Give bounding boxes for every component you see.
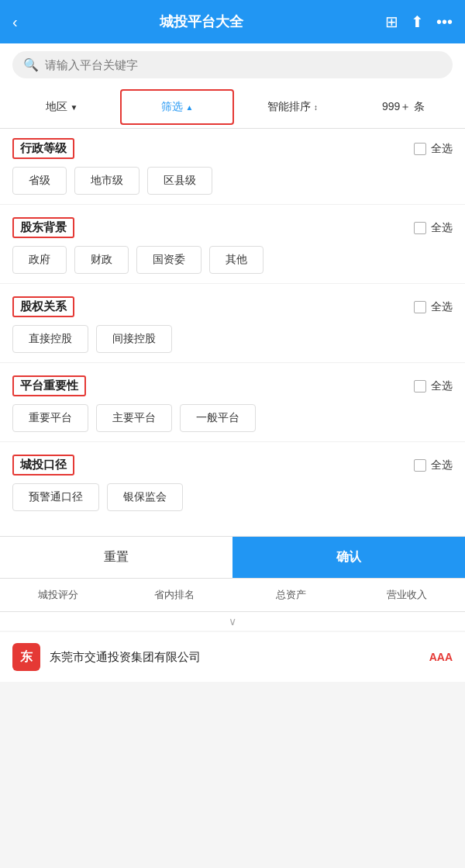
tab-smart-sort[interactable]: 智能排序 ↕ [237, 91, 348, 123]
section-header-equity: 股权关系 全选 [12, 287, 453, 325]
tab-region[interactable]: 地区 ▼ [6, 91, 117, 123]
option-direct-control[interactable]: 直接控股 [12, 325, 88, 353]
option-city[interactable]: 地市级 [74, 167, 140, 195]
filter-section-chengtou-scope: 城投口径 全选 预警通口径 银保监会 [0, 445, 465, 520]
filter-section-platform-importance: 平台重要性 全选 重要平台 主要平台 一般平台 [0, 366, 465, 442]
tab-count-label: 999＋ 条 [382, 100, 425, 114]
tab-sort-arrow: ↕ [314, 103, 318, 112]
select-all-equity[interactable]: 全选 [414, 300, 453, 314]
section-header-shareholder-bg: 股东背景 全选 [12, 208, 453, 246]
filter-section-admin-level: 行政等级 全选 省级 地市级 区县级 [0, 129, 465, 205]
option-general-platform[interactable]: 一般平台 [180, 404, 256, 432]
select-all-chengtou-scope[interactable]: 全选 [414, 458, 453, 472]
result-item-left: 东 东莞市交通投资集团有限公司 [12, 643, 201, 671]
option-important-platform[interactable]: 重要平台 [12, 404, 88, 432]
search-input-wrap[interactable]: 🔍 [12, 51, 453, 78]
select-all-label-chengtou-scope: 全选 [431, 458, 453, 472]
options-equity: 直接控股 间接控股 [12, 325, 453, 353]
tab-filter-label: 筛选 [161, 100, 183, 114]
app-header: ‹ 城投平台大全 ⊞ ⬆ ••• [0, 0, 465, 43]
section-header-chengtou-scope: 城投口径 全选 [12, 445, 453, 483]
tab-smart-sort-label: 智能排序 [267, 100, 311, 114]
confirm-button[interactable]: 确认 [232, 537, 465, 578]
checkbox-platform-importance[interactable] [414, 380, 426, 393]
option-indirect-control[interactable]: 间接控股 [96, 325, 172, 353]
rating-badge: AAA [429, 651, 453, 663]
action-bar: 重置 确认 [0, 536, 465, 578]
options-platform-importance: 重要平台 主要平台 一般平台 [12, 404, 453, 432]
option-yujing[interactable]: 预警通口径 [12, 483, 99, 511]
search-input[interactable] [45, 58, 442, 71]
tab-chengtou-score[interactable]: 城投评分 [0, 579, 116, 611]
option-government[interactable]: 政府 [12, 246, 67, 274]
share-icon[interactable]: ⬆ [411, 12, 424, 31]
company-logo: 东 [12, 643, 40, 671]
option-finance[interactable]: 财政 [74, 246, 129, 274]
checkbox-admin-level[interactable] [414, 143, 426, 155]
select-all-label-admin-level: 全选 [431, 142, 453, 156]
select-all-shareholder-bg[interactable]: 全选 [414, 221, 453, 235]
checkbox-shareholder-bg[interactable] [414, 222, 426, 234]
tab-filter-arrow: ▲ [186, 103, 194, 112]
result-item[interactable]: 东 东莞市交通投资集团有限公司 AAA [0, 632, 465, 682]
grid-icon[interactable]: ⊞ [385, 12, 398, 31]
options-admin-level: 省级 地市级 区县级 [12, 167, 453, 195]
option-yinbaojian[interactable]: 银保监会 [107, 483, 183, 511]
section-header-admin-level: 行政等级 全选 [12, 129, 453, 167]
back-icon[interactable]: ‹ [12, 13, 18, 31]
section-title-chengtou-scope: 城投口径 [12, 455, 74, 475]
option-other[interactable]: 其他 [209, 246, 264, 274]
section-title-platform-importance: 平台重要性 [12, 375, 86, 396]
bottom-tab-row: 城投评分 省内排名 总资产 营业收入 [0, 579, 465, 612]
option-state-assets[interactable]: 国资委 [136, 246, 202, 274]
header-right-actions: ⊞ ⬆ ••• [385, 12, 453, 31]
bottom-tabs: 城投评分 省内排名 总资产 营业收入 ∨ [0, 578, 465, 631]
more-icon[interactable]: ••• [436, 13, 453, 31]
tab-region-arrow: ▼ [71, 103, 78, 112]
tab-revenue[interactable]: 营业收入 [349, 579, 465, 611]
filter-tabs-bar: 地区 ▼ 筛选 ▲ 智能排序 ↕ 999＋ 条 [0, 86, 465, 129]
company-name: 东莞市交通投资集团有限公司 [50, 650, 201, 665]
section-title-shareholder-bg: 股东背景 [12, 217, 74, 238]
option-main-platform[interactable]: 主要平台 [96, 404, 172, 432]
select-all-label-shareholder-bg: 全选 [431, 221, 453, 235]
section-title-admin-level: 行政等级 [12, 138, 74, 159]
select-all-platform-importance[interactable]: 全选 [414, 379, 453, 393]
option-district[interactable]: 区县级 [147, 167, 212, 195]
options-shareholder-bg: 政府 财政 国资委 其他 [12, 246, 453, 274]
option-province[interactable]: 省级 [12, 167, 67, 195]
options-chengtou-scope: 预警通口径 银保监会 [12, 483, 453, 511]
chevron-down-icon[interactable]: ∨ [0, 612, 465, 631]
header-left-actions: ‹ [12, 13, 18, 31]
filter-section-shareholder-bg: 股东背景 全选 政府 财政 国资委 其他 [0, 208, 465, 284]
checkbox-chengtou-scope[interactable] [414, 459, 426, 472]
search-icon: 🔍 [23, 57, 39, 72]
tab-filter[interactable]: 筛选 ▲ [120, 89, 234, 125]
checkbox-equity[interactable] [414, 301, 426, 313]
section-header-platform-importance: 平台重要性 全选 [12, 366, 453, 404]
filter-content: 行政等级 全选 省级 地市级 区县级 股东背景 全选 政府 财政 国资委 其他 [0, 129, 465, 536]
search-bar: 🔍 [0, 43, 465, 86]
select-all-admin-level[interactable]: 全选 [414, 142, 453, 156]
tab-region-label: 地区 [46, 100, 67, 114]
filter-section-equity: 股权关系 全选 直接控股 间接控股 [0, 287, 465, 363]
select-all-label-equity: 全选 [431, 300, 453, 314]
reset-button[interactable]: 重置 [0, 537, 232, 578]
section-title-equity: 股权关系 [12, 296, 74, 317]
tab-province-rank[interactable]: 省内排名 [116, 579, 232, 611]
select-all-label-platform-importance: 全选 [431, 379, 453, 393]
tab-total-assets[interactable]: 总资产 [232, 579, 349, 611]
tab-count: 999＋ 条 [348, 91, 459, 123]
page-title: 城投平台大全 [18, 12, 385, 31]
